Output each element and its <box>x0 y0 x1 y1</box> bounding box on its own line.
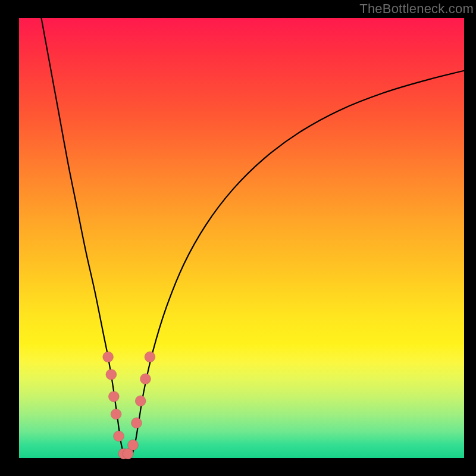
data-point <box>131 418 142 428</box>
data-point <box>114 431 124 441</box>
chart-frame: TheBottleneck.com <box>0 0 476 476</box>
data-point <box>140 374 151 384</box>
data-point <box>108 391 119 402</box>
chart-svg <box>0 0 476 476</box>
data-point <box>127 440 138 450</box>
data-point <box>111 409 121 419</box>
bottleneck-curve <box>41 18 464 460</box>
data-point <box>145 352 155 362</box>
data-point <box>106 369 117 380</box>
data-point <box>103 352 114 362</box>
data-point <box>135 396 146 406</box>
